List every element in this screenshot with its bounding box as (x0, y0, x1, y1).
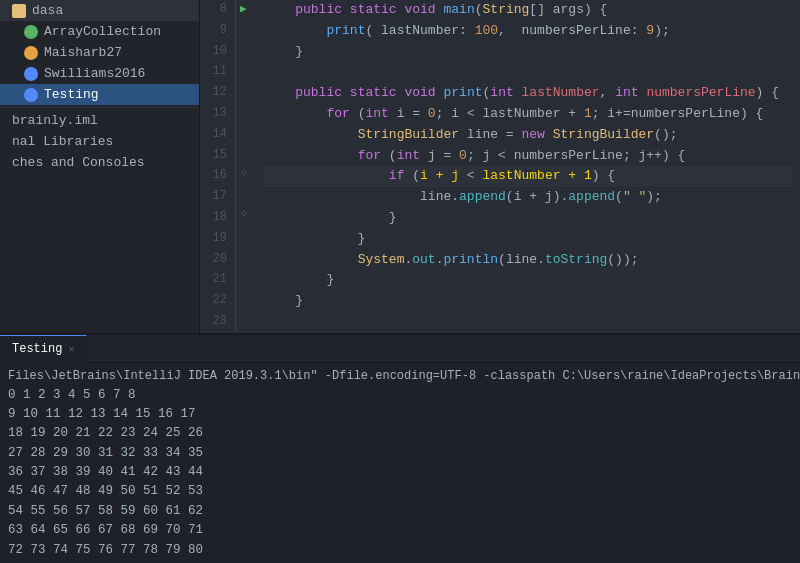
code-line-18: } (264, 208, 792, 229)
output-line-0: 0 1 2 3 4 5 6 7 8 (8, 386, 792, 405)
code-line-23 (264, 312, 792, 333)
diamond-icon-18: ◇ (241, 207, 247, 219)
tab-close-button[interactable]: ✕ (68, 343, 74, 355)
code-line-21: } (264, 270, 792, 291)
run-command: Files\JetBrains\IntelliJ IDEA 2019.3.1\b… (8, 367, 792, 386)
sidebar-divider (0, 107, 199, 108)
sidebar-item-label: ArrayCollection (44, 24, 161, 39)
code-line-20: System.out.println(line.toString()); (264, 250, 792, 271)
output-line-5: 45 46 47 48 49 50 51 52 53 (8, 482, 792, 501)
tab-label: Testing (12, 342, 62, 356)
output-line-3: 27 28 29 30 31 32 33 34 35 (8, 444, 792, 463)
console-output[interactable]: Files\JetBrains\IntelliJ IDEA 2019.3.1\b… (0, 363, 800, 563)
main-area: dasa ArrayCollection Maisharb27 Swilliam… (0, 0, 800, 333)
sidebar-item-dasa[interactable]: dasa (0, 0, 199, 21)
output-line-4: 36 37 38 39 40 41 42 43 44 (8, 463, 792, 482)
diamond-icon-16: ◇ (241, 166, 247, 178)
code-line-13: for (int i = 0; i < lastNumber + 1; i+=n… (264, 104, 792, 125)
code-line-12: public static void print(int lastNumber,… (264, 83, 792, 104)
code-line-9: print( lastNumber: 100, numbersPerLine: … (264, 21, 792, 42)
code-line-17: line.append(i + j).append(" "); (264, 187, 792, 208)
output-line-8: 72 73 74 75 76 77 78 79 80 (8, 541, 792, 560)
code-line-16: if (i + j < lastNumber + 1) { (264, 166, 792, 187)
code-line-22: } (264, 291, 792, 312)
gutter: ▶ ◇ ◇ (236, 0, 256, 333)
code-line-15: for (int j = 0; j < numbersPerLine; j++)… (264, 146, 792, 167)
class-icon (24, 88, 38, 102)
bottom-tab-testing[interactable]: Testing ✕ (0, 335, 87, 363)
code-line-8: public static void main(String[] args) { (264, 0, 792, 21)
sidebar-item-maisharb27[interactable]: Maisharb27 (0, 42, 199, 63)
folder-icon (12, 4, 26, 18)
output-line-2: 18 19 20 21 22 23 24 25 26 (8, 424, 792, 443)
sidebar-item-testing[interactable]: Testing (0, 84, 199, 105)
editor-area: 8 9 10 11 12 13 14 15 16 17 18 19 20 21 … (200, 0, 800, 333)
output-line-7: 63 64 65 66 67 68 69 70 71 (8, 521, 792, 540)
class-icon (24, 46, 38, 60)
sidebar: dasa ArrayCollection Maisharb27 Swilliam… (0, 0, 200, 333)
sidebar-item-label: nal Libraries (12, 134, 113, 149)
sidebar-item-label: brainly.iml (12, 113, 98, 128)
code-line-10: } (264, 42, 792, 63)
output-line-6: 54 55 56 57 58 59 60 61 62 (8, 502, 792, 521)
output-line-1: 9 10 11 12 13 14 15 16 17 (8, 405, 792, 424)
bottom-tabs: Testing ✕ (0, 335, 800, 363)
code-line-14: StringBuilder line = new StringBuilder()… (264, 125, 792, 146)
code-line-11 (264, 62, 792, 83)
line-numbers: 8 9 10 11 12 13 14 15 16 17 18 19 20 21 … (200, 0, 236, 333)
sidebar-item-scratches[interactable]: ches and Consoles (0, 152, 199, 173)
sidebar-item-label: ches and Consoles (12, 155, 145, 170)
sidebar-item-label: Testing (44, 87, 99, 102)
code-lines[interactable]: public static void main(String[] args) {… (256, 0, 800, 333)
sidebar-item-label: dasa (32, 3, 63, 18)
sidebar-item-external-libraries[interactable]: nal Libraries (0, 131, 199, 152)
class-icon (24, 25, 38, 39)
bottom-panel: Testing ✕ Files\JetBrains\IntelliJ IDEA … (0, 333, 800, 563)
sidebar-item-label: Maisharb27 (44, 45, 122, 60)
code-container: 8 9 10 11 12 13 14 15 16 17 18 19 20 21 … (200, 0, 800, 333)
code-line-19: } (264, 229, 792, 250)
sidebar-item-swilliams2016[interactable]: Swilliams2016 (0, 63, 199, 84)
class-icon (24, 67, 38, 81)
sidebar-item-arraycollection[interactable]: ArrayCollection (0, 21, 199, 42)
run-icon[interactable]: ▶ (240, 2, 247, 15)
sidebar-item-brainly-iml[interactable]: brainly.iml (0, 110, 199, 131)
sidebar-item-label: Swilliams2016 (44, 66, 145, 81)
